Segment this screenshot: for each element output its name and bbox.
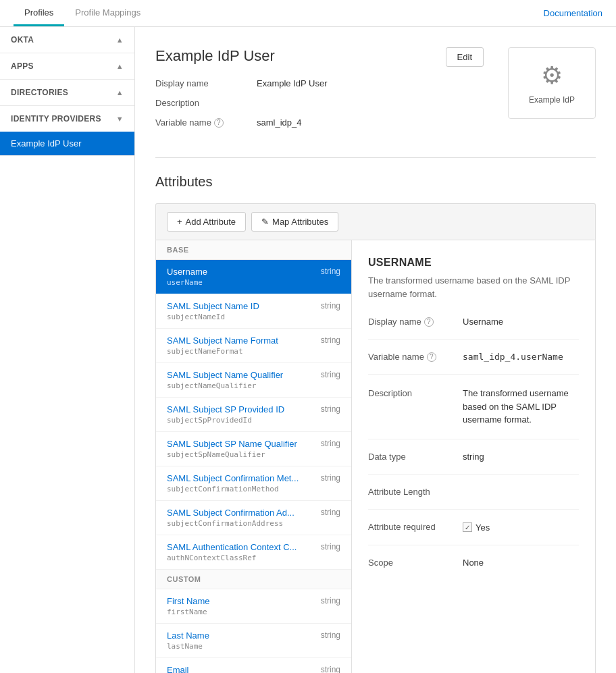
attribute-list: BASE Username userName string SAML Subje… xyxy=(156,240,352,673)
directories-chevron-icon xyxy=(116,88,124,97)
detail-variable-name-value: saml_idp_4.userName xyxy=(463,352,563,362)
okta-chevron-icon xyxy=(116,36,124,44)
sidebar-section-directories: DIRECTORIES xyxy=(0,80,134,106)
attributes-toolbar: + Add Attribute ✎ Map Attributes xyxy=(155,203,596,240)
detail-row-attr-length: Attribute Length xyxy=(368,487,579,510)
custom-group-label: CUSTOM xyxy=(156,570,351,589)
profile-title: Example IdP User xyxy=(155,47,446,65)
variable-name-value: saml_idp_4 xyxy=(257,117,302,128)
list-item[interactable]: Username userName string xyxy=(156,260,351,294)
edit-button[interactable]: Edit xyxy=(446,47,484,67)
layout: OKTA APPS DIRECTORIES IDENTITY PROVIDERS… xyxy=(0,27,616,673)
detail-title: USERNAME xyxy=(368,257,579,269)
plus-icon: + xyxy=(177,217,182,227)
list-item[interactable]: Email email string xyxy=(156,658,351,673)
field-variable-name: Variable name ? saml_idp_4 xyxy=(155,117,446,128)
detail-description-value: The transformed username based on the SA… xyxy=(463,387,579,427)
list-item[interactable]: SAML Subject Name Format subjectNameForm… xyxy=(156,329,351,363)
detail-row-variable-name: Variable name ? saml_idp_4.userName xyxy=(368,352,579,375)
detail-row-description: Description The transformed username bas… xyxy=(368,387,579,439)
list-item[interactable]: SAML Subject Name ID subjectNameId strin… xyxy=(156,294,351,329)
variable-name-label: Variable name ? xyxy=(155,117,257,128)
sidebar-okta-header[interactable]: OKTA xyxy=(0,27,134,53)
detail-row-display-name: Display name ? Username xyxy=(368,317,579,340)
detail-data-type-value: string xyxy=(463,452,484,462)
section-divider xyxy=(155,157,596,158)
detail-row-scope: Scope None xyxy=(368,558,579,580)
sidebar-section-okta: OKTA xyxy=(0,27,134,53)
gear-icon: ⚙ xyxy=(541,61,563,90)
list-item[interactable]: SAML Authentication Context C... authNCo… xyxy=(156,535,351,570)
tab-profile-mappings[interactable]: Profile Mappings xyxy=(64,1,151,26)
main-content: Example IdP User Display name Example Id… xyxy=(135,27,616,673)
detail-variable-name-help-icon[interactable]: ? xyxy=(427,352,436,362)
sidebar-directories-header[interactable]: DIRECTORIES xyxy=(0,80,134,105)
list-item[interactable]: SAML Subject SP Name Qualifier subjectSp… xyxy=(156,432,351,466)
idp-icon-box: ⚙ Example IdP xyxy=(508,47,596,119)
sidebar: OKTA APPS DIRECTORIES IDENTITY PROVIDERS… xyxy=(0,27,135,673)
display-name-value: Example IdP User xyxy=(257,78,328,88)
detail-description: The transformed username based on the SA… xyxy=(368,274,579,300)
profile-fields: Display name Example IdP User Descriptio… xyxy=(155,78,446,128)
pencil-icon: ✎ xyxy=(261,217,269,227)
sidebar-item-example-idp-user[interactable]: Example IdP User xyxy=(0,132,134,155)
detail-scope-value: None xyxy=(463,558,484,568)
attributes-panel: BASE Username userName string SAML Subje… xyxy=(155,240,596,673)
profile-info: Example IdP User Display name Example Id… xyxy=(155,47,446,137)
field-display-name: Display name Example IdP User xyxy=(155,78,446,88)
detail-row-attr-required: Attribute required ✓ Yes xyxy=(368,522,579,545)
apps-chevron-icon xyxy=(116,62,124,70)
detail-display-name-help-icon[interactable]: ? xyxy=(424,317,434,327)
top-nav: Profiles Profile Mappings Documentation xyxy=(0,0,616,27)
list-item[interactable]: SAML Subject SP Provided ID subjectSpPro… xyxy=(156,398,351,432)
base-group-label: BASE xyxy=(156,240,351,260)
list-item[interactable]: SAML Subject Name Qualifier subjectNameQ… xyxy=(156,363,351,398)
documentation-link[interactable]: Documentation xyxy=(544,8,602,18)
profile-header: Example IdP User Display name Example Id… xyxy=(155,47,596,137)
list-item[interactable]: First Name firstName string xyxy=(156,589,351,624)
idp-label: Example IdP xyxy=(529,95,575,105)
profile-actions: Edit ⚙ Example IdP xyxy=(446,47,596,119)
required-checkbox-icon: ✓ xyxy=(463,522,472,532)
detail-row-data-type: Data type string xyxy=(368,452,579,475)
list-item[interactable]: SAML Subject Confirmation Met... subject… xyxy=(156,466,351,501)
sidebar-section-apps: APPS xyxy=(0,53,134,80)
display-name-label: Display name xyxy=(155,78,257,88)
sidebar-section-idp: IDENTITY PROVIDERS Example IdP User xyxy=(0,106,134,156)
variable-name-help-icon[interactable]: ? xyxy=(214,118,224,128)
sidebar-idp-header[interactable]: IDENTITY PROVIDERS xyxy=(0,106,134,132)
tab-profiles[interactable]: Profiles xyxy=(14,1,64,26)
field-description: Description xyxy=(155,98,446,108)
attributes-section: Attributes + Add Attribute ✎ Map Attribu… xyxy=(155,174,596,673)
description-label: Description xyxy=(155,98,257,108)
idp-chevron-icon xyxy=(116,115,124,123)
add-attribute-button[interactable]: + Add Attribute xyxy=(167,212,246,232)
attributes-title: Attributes xyxy=(155,174,596,190)
map-attributes-button[interactable]: ✎ Map Attributes xyxy=(251,212,338,232)
list-item[interactable]: SAML Subject Confirmation Ad... subjectC… xyxy=(156,501,351,535)
detail-attr-required-value: ✓ Yes xyxy=(463,522,490,533)
detail-display-name-value: Username xyxy=(463,317,503,327)
list-item[interactable]: Last Name lastName string xyxy=(156,624,351,658)
attribute-detail: USERNAME The transformed username based … xyxy=(352,240,595,673)
sidebar-apps-header[interactable]: APPS xyxy=(0,53,134,79)
top-nav-tabs: Profiles Profile Mappings xyxy=(14,1,151,26)
